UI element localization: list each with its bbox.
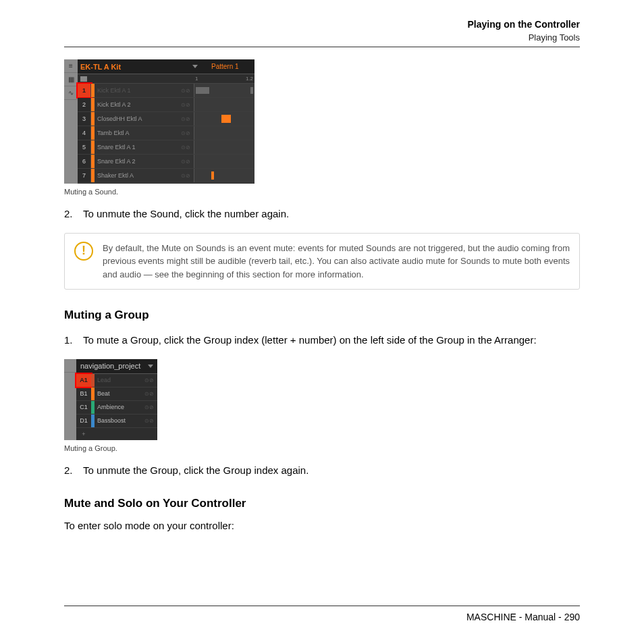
sound-name[interactable]: Kick Ektl A 1: [95, 84, 178, 97]
pattern-cell[interactable]: [194, 112, 254, 126]
group-index[interactable]: C1: [76, 401, 91, 414]
sound-row-icons: ⊙⊘: [178, 112, 194, 126]
timeline-ruler: 1 1.2: [78, 74, 254, 84]
sound-row: 7Shaker Ektl A⊙⊘: [78, 169, 254, 183]
project-name[interactable]: navigation_project: [80, 362, 140, 370]
sound-row-icons: ⊙⊘: [178, 140, 194, 154]
sound-index[interactable]: 7: [78, 169, 91, 182]
sound-row: 1Kick Ektl A 1⊙⊘: [78, 84, 254, 98]
sound-row: 5Snare Ektl A 1⊙⊘: [78, 140, 254, 155]
group-index[interactable]: B1: [76, 387, 91, 400]
chevron-down-icon[interactable]: [148, 365, 153, 368]
group-index[interactable]: A1: [76, 374, 91, 387]
footer-page-info: MASCHINE - Manual - 290: [64, 612, 580, 622]
step-text: To unmute the Group, click the Group ind…: [83, 463, 580, 479]
chevron-down-icon[interactable]: [192, 65, 198, 68]
header-divider: [64, 47, 580, 47]
group-name[interactable]: Beat: [95, 387, 141, 400]
group-row-icons: ⊙⊘: [141, 414, 157, 427]
header-section: Playing Tools: [64, 32, 580, 43]
wave-view-icon[interactable]: ∿: [64, 86, 78, 100]
group-index[interactable]: D1: [76, 414, 91, 427]
sound-row: 4Tamb Ektl A⊙⊘: [78, 126, 254, 140]
step-text: To unmute the Sound, click the number ag…: [83, 207, 580, 222]
footer-divider: [64, 606, 580, 606]
sound-name[interactable]: ClosedHH Ektl A: [95, 112, 178, 126]
warning-icon: !: [74, 242, 93, 261]
group-row-icons: ⊙⊘: [141, 374, 157, 387]
group-name[interactable]: Lead: [95, 374, 141, 387]
sound-index[interactable]: 1: [78, 84, 91, 97]
pattern-cell[interactable]: [194, 98, 254, 111]
pattern-cell[interactable]: [194, 155, 254, 168]
sound-row-icons: ⊙⊘: [178, 126, 194, 140]
plus-icon[interactable]: +: [76, 428, 91, 440]
group-row-icons: ⊙⊘: [141, 387, 157, 400]
group-row: A1Lead⊙⊘: [76, 374, 157, 387]
sound-index[interactable]: 6: [78, 155, 91, 168]
callout-text: By default, the Mute on Sounds is an eve…: [103, 242, 570, 281]
kit-name[interactable]: EK-TL A Kit: [80, 63, 192, 71]
ruler-tick-start: 1: [195, 76, 198, 82]
pattern-cell[interactable]: [194, 126, 254, 140]
step-text: To mute a Group, click the Group index (…: [83, 333, 580, 348]
speaker-icon: [80, 76, 87, 82]
pattern-cell[interactable]: [194, 84, 254, 97]
add-group-row[interactable]: +: [76, 428, 157, 440]
group-row-icons: ⊙⊘: [141, 401, 157, 414]
project-header: navigation_project: [76, 359, 157, 374]
group-row: D1Bassboost⊙⊘: [76, 414, 157, 428]
pad-view-icon[interactable]: ▦: [64, 73, 78, 86]
step-unmute-group: 2. To unmute the Group, click the Group …: [64, 463, 580, 479]
screenshot-sound-list: ≡ ▦ ∿ EK-TL A Kit Pattern 1 1 1.2 1Kick …: [64, 59, 254, 184]
step-unmute-sound: 2. To unmute the Sound, click the number…: [64, 207, 580, 222]
pattern-cell[interactable]: [194, 169, 254, 182]
list-view-icon[interactable]: ≡: [64, 59, 78, 73]
step-number: 2.: [64, 463, 83, 479]
kit-header: EK-TL A Kit Pattern 1: [78, 59, 254, 74]
heading-mute-solo-controller: Mute and Solo on Your Controller: [64, 497, 580, 510]
step-mute-group: 1. To mute a Group, click the Group inde…: [64, 333, 580, 348]
sound-row: 2Kick Ektl A 2⊙⊘: [78, 98, 254, 112]
sound-name[interactable]: Snare Ektl A 1: [95, 140, 178, 154]
sound-index[interactable]: 2: [78, 98, 91, 111]
sound-name[interactable]: Shaker Ektl A: [95, 169, 178, 182]
group-row: B1Beat⊙⊘: [76, 387, 157, 401]
header-chapter: Playing on the Controller: [64, 19, 580, 30]
sound-row-icons: ⊙⊘: [178, 169, 194, 182]
sound-row-icons: ⊙⊘: [178, 84, 194, 97]
heading-muting-group: Muting a Group: [64, 308, 580, 322]
view-switcher-strip: [64, 359, 76, 440]
screenshot2-caption: Muting a Group.: [64, 444, 580, 452]
ruler-tick-end: 1.2: [246, 76, 253, 82]
sound-row-icons: ⊙⊘: [178, 98, 194, 111]
sound-index[interactable]: 3: [78, 112, 91, 126]
sound-index[interactable]: 5: [78, 140, 91, 154]
pattern-cell[interactable]: [194, 140, 254, 154]
step-number: 2.: [64, 207, 83, 222]
step-number: 1.: [64, 333, 83, 348]
group-name[interactable]: Bassboost: [95, 414, 141, 427]
group-name[interactable]: Ambience: [95, 401, 141, 414]
sound-name[interactable]: Snare Ektl A 2: [95, 155, 178, 168]
group-row: C1Ambience⊙⊘: [76, 401, 157, 414]
view-switcher-strip: ≡ ▦ ∿: [64, 59, 78, 184]
screenshot1-caption: Muting a Sound.: [64, 188, 580, 196]
sound-row: 3ClosedHH Ektl A⊙⊘: [78, 112, 254, 126]
info-callout: ! By default, the Mute on Sounds is an e…: [64, 233, 580, 290]
sound-row: 6Snare Ektl A 2⊙⊘: [78, 155, 254, 169]
sound-name[interactable]: Kick Ektl A 2: [95, 98, 178, 111]
sound-row-icons: ⊙⊘: [178, 155, 194, 168]
sound-index[interactable]: 4: [78, 126, 91, 140]
body-text: To enter solo mode on your controller:: [64, 520, 580, 531]
screenshot-group-list: navigation_project A1Lead⊙⊘B1Beat⊙⊘C1Amb…: [64, 359, 157, 440]
sound-name[interactable]: Tamb Ektl A: [95, 126, 178, 140]
pattern-label[interactable]: Pattern 1: [211, 63, 252, 70]
